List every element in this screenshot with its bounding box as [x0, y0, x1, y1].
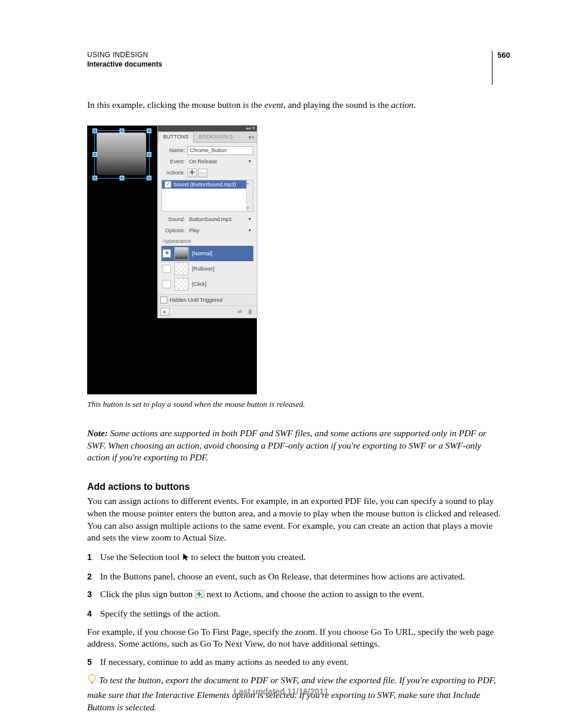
trash-icon[interactable]: 🗑 [246, 308, 254, 315]
state-name: [Normal] [192, 250, 212, 257]
options-dropdown[interactable]: Play [187, 227, 246, 235]
scroll-down-icon[interactable]: ▾ [247, 205, 253, 210]
state-thumbnail [174, 247, 189, 260]
state-name: [Click] [192, 281, 207, 288]
step-3-text-b: next to Actions, and choose the action t… [204, 589, 424, 599]
selection-tool-icon [182, 552, 189, 565]
name-input[interactable]: Chrome_Button [187, 146, 253, 155]
panel-body: Name: Chrome_Button Event: On Release ▼ … [158, 143, 257, 294]
svg-rect-6 [91, 682, 94, 684]
sound-label: Sound: [161, 216, 187, 223]
section-heading: Add actions to buttons [87, 480, 501, 493]
options-label: Options: [161, 227, 187, 234]
tab-bookmarks[interactable]: BOOKMARKS [194, 132, 237, 141]
convert-icon[interactable]: ⇄ [236, 308, 244, 315]
remove-action-button[interactable]: — [198, 169, 207, 177]
hidden-checkbox[interactable] [160, 297, 167, 304]
collapse-icon[interactable]: ◂◂ [246, 126, 250, 131]
event-dropdown[interactable]: On Release [187, 158, 246, 166]
plus-icon [189, 169, 195, 175]
hidden-label: Hidden Until Triggered [170, 297, 223, 304]
chevron-down-icon[interactable]: ▼ [246, 215, 253, 224]
event-label: Event: [161, 158, 187, 165]
header-rule [492, 51, 492, 85]
state-click[interactable]: [Click] [161, 276, 253, 292]
panel-menu-icon[interactable]: ▾≡ [246, 133, 257, 142]
note-label: Note: [87, 428, 108, 438]
svg-rect-4 [197, 594, 201, 595]
visibility-icon[interactable] [163, 280, 171, 288]
figure-buttons-panel: ◂◂ ✕ BUTTONS BOOKMARKS ▾≡ Name: Chrome_B… [87, 126, 257, 394]
step-2: In the Buttons panel, choose an event, s… [87, 571, 501, 583]
section-intro: You can assign actions to different even… [87, 495, 501, 544]
scrollbar[interactable]: ▴ ▾ [246, 180, 253, 211]
note: Note: Some actions are supported in both… [87, 427, 501, 464]
step-1: Use the Selection tool to select the but… [87, 551, 501, 565]
panel-footer: Hidden Until Triggered [158, 294, 257, 305]
visibility-icon[interactable]: ◉ [163, 249, 171, 258]
sound-dropdown[interactable]: ButtonSound.mp3 [187, 216, 246, 223]
actions-label: Actions: [161, 169, 187, 176]
name-label: Name: [161, 147, 187, 154]
action-checkbox[interactable]: ✓ [164, 181, 171, 188]
state-thumbnail [174, 278, 189, 291]
button-object[interactable] [97, 133, 146, 175]
svg-point-5 [89, 674, 95, 681]
body: In this example, clicking the mouse butt… [87, 99, 501, 713]
appearance-states: ◉ [Normal] [Rollover] [Click] [161, 246, 253, 294]
action-item-label: Sound (ButtonSound.mp3) [173, 180, 236, 189]
intro-mid: , and playing the sound is the [283, 100, 391, 110]
note-text: Some actions are supported in both PDF a… [87, 428, 487, 462]
state-thumbnail [174, 262, 189, 275]
step-4: Specify the settings of the action. [87, 608, 501, 620]
after-step-4: For example, if you choose Go To First P… [87, 626, 501, 650]
intro-event: event [265, 100, 283, 110]
page-number: 560 [497, 51, 510, 60]
panel-titlebar: ◂◂ ✕ [158, 126, 257, 131]
visibility-icon[interactable] [163, 265, 171, 273]
step-1-text-b: to select the button you created. [189, 552, 306, 562]
state-rollover[interactable]: [Rollover] [161, 261, 253, 276]
intro-action: action [391, 100, 414, 110]
svg-rect-1 [190, 172, 194, 173]
page: 560 USING INDESIGN Interactive documents… [0, 0, 562, 728]
step-5: If necessary, continue to add as many ac… [87, 656, 501, 668]
step-3-text-a: Click the plus sign button [100, 589, 195, 599]
add-action-button[interactable] [187, 169, 197, 177]
scroll-up-icon[interactable]: ▴ [247, 180, 253, 186]
buttons-panel: ◂◂ ✕ BUTTONS BOOKMARKS ▾≡ Name: Chrome_B… [158, 126, 257, 318]
intro-prefix: In this example, clicking the mouse butt… [87, 100, 265, 110]
panel-bottom-bar: ▸ ⇄ 🗑 [158, 305, 257, 318]
header-line-2: Interactive documents [87, 60, 501, 68]
state-normal[interactable]: ◉ [Normal] [161, 246, 253, 261]
steps-list: Use the Selection tool to select the but… [87, 551, 501, 620]
appearance-label: Appearance [163, 238, 253, 245]
steps-list-continued: If necessary, continue to add as many ac… [87, 656, 501, 668]
chevron-down-icon[interactable]: ▼ [246, 157, 253, 166]
close-icon[interactable]: ✕ [252, 126, 256, 131]
intro-suffix: . [414, 100, 416, 110]
footer: Last updated 11/16/2011 [0, 687, 562, 696]
actions-list[interactable]: ✓ Sound (ButtonSound.mp3) ▴ ▾ [161, 180, 253, 212]
figure-caption: This button is set to play a sound when … [87, 399, 501, 410]
state-name: [Rollover] [192, 265, 214, 272]
intro-paragraph: In this example, clicking the mouse butt… [87, 99, 501, 111]
chevron-down-icon[interactable]: ▼ [246, 226, 253, 235]
step-1-text-a: Use the Selection tool [100, 552, 182, 562]
tab-buttons[interactable]: BUTTONS [158, 131, 194, 142]
step-3: Click the plus sign button next to Actio… [87, 588, 501, 602]
preview-button[interactable]: ▸ [160, 308, 170, 316]
action-item[interactable]: ✓ Sound (ButtonSound.mp3) [162, 180, 253, 189]
plus-button-icon [195, 589, 204, 602]
header-line-1: USING INDESIGN [87, 51, 501, 59]
panel-tabs: BUTTONS BOOKMARKS ▾≡ [158, 131, 257, 143]
